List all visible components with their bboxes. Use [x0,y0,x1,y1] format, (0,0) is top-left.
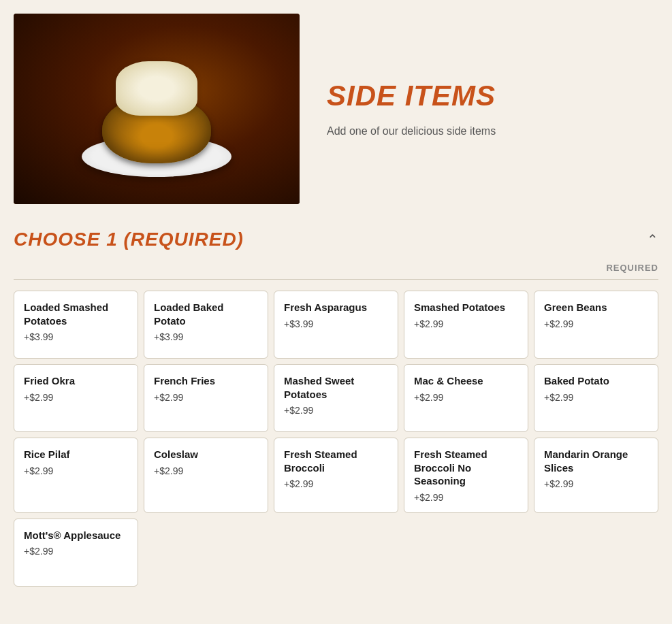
page-container: SIDE ITEMS Add one of our delicious side… [0,0,672,597]
hero-text: SIDE ITEMS Add one of our delicious side… [327,80,658,137]
item-name: Fresh Steamed Broccoli No Seasoning [414,448,518,488]
item-name: Fresh Steamed Broccoli [284,448,388,474]
items-grid: Loaded Smashed Potatoes+$3.99Loaded Bake… [0,280,672,597]
hero-image [14,14,300,204]
section-header[interactable]: CHOOSE 1 (REQUIRED) ⌃ [0,218,672,261]
required-label: REQUIRED [606,263,658,273]
item-price: +$2.99 [154,465,258,476]
item-price: +$2.99 [24,546,128,557]
item-price: +$2.99 [284,405,388,416]
item-card[interactable]: Green Beans+$2.99 [534,291,658,359]
hero-subtitle: Add one of our delicious side items [327,125,658,137]
item-card[interactable]: Fresh Asparagus+$3.99 [274,291,398,359]
item-name: Coleslaw [154,448,258,461]
item-card[interactable]: Mashed Sweet Potatoes+$2.99 [274,364,398,432]
item-price: +$2.99 [284,478,388,489]
item-card[interactable]: Smashed Potatoes+$2.99 [404,291,528,359]
page-title: SIDE ITEMS [327,80,658,112]
item-card[interactable]: Mac & Cheese+$2.99 [404,364,528,432]
item-price: +$2.99 [414,318,518,329]
item-price: +$3.99 [284,318,388,329]
item-card[interactable]: Fresh Steamed Broccoli+$2.99 [274,438,398,513]
item-name: Mandarin Orange Slices [544,448,648,474]
item-price: +$2.99 [544,478,648,489]
hero-section: SIDE ITEMS Add one of our delicious side… [0,0,672,218]
item-card[interactable]: French Fries+$2.99 [144,364,268,432]
item-card[interactable]: Rice Pilaf+$2.99 [14,438,138,513]
item-name: Baked Potato [544,374,648,388]
section-title: CHOOSE 1 (REQUIRED) [14,229,244,250]
item-card[interactable]: Mott's® Applesauce+$2.99 [14,519,138,587]
item-name: Fried Okra [24,374,128,388]
item-card[interactable]: Fresh Steamed Broccoli No Seasoning+$2.9… [404,438,528,513]
item-price: +$3.99 [24,331,128,342]
item-name: Mac & Cheese [414,374,518,388]
item-card[interactable]: Mandarin Orange Slices+$2.99 [534,438,658,513]
item-price: +$2.99 [414,492,518,503]
item-name: Mashed Sweet Potatoes [284,374,388,401]
item-card[interactable]: Coleslaw+$2.99 [144,438,268,513]
item-price: +$2.99 [24,392,128,403]
required-badge: REQUIRED [0,261,672,279]
item-name: Loaded Smashed Potatoes [24,301,128,327]
item-price: +$3.99 [154,331,258,342]
item-name: Smashed Potatoes [414,301,518,314]
item-card[interactable]: Baked Potato+$2.99 [534,364,658,432]
chevron-up-icon: ⌃ [647,231,658,248]
item-name: Loaded Baked Potato [154,301,258,327]
item-card[interactable]: Loaded Smashed Potatoes+$3.99 [14,291,138,359]
item-name: Green Beans [544,301,648,314]
item-price: +$2.99 [154,392,258,403]
item-name: French Fries [154,374,258,388]
item-name: Fresh Asparagus [284,301,388,314]
item-price: +$2.99 [544,392,648,403]
item-name: Mott's® Applesauce [24,529,128,542]
item-card[interactable]: Fried Okra+$2.99 [14,364,138,432]
item-price: +$2.99 [544,318,648,329]
item-card[interactable]: Loaded Baked Potato+$3.99 [144,291,268,359]
item-name: Rice Pilaf [24,448,128,461]
toppings-decoration [116,61,197,116]
item-price: +$2.99 [24,465,128,476]
item-price: +$2.99 [414,392,518,403]
